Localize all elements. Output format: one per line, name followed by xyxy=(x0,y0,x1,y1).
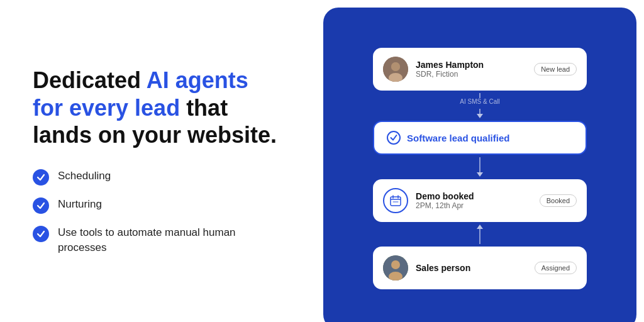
svg-point-10 xyxy=(391,260,400,269)
connector-3 xyxy=(477,222,483,247)
demo-badge: Booked xyxy=(540,194,577,207)
james-sub: SDR, Fiction xyxy=(416,70,526,79)
vline-3 xyxy=(479,229,480,244)
qualified-text: Software lead qualified xyxy=(407,133,509,143)
feature-text-nurturing: Nurturing xyxy=(58,197,102,212)
sales-card-info: Sales person xyxy=(416,263,527,273)
sales-avatar xyxy=(383,255,408,280)
sales-name: Sales person xyxy=(416,263,527,273)
headline-text-1: Dedicated xyxy=(33,67,147,93)
headline: Dedicated AI agentsfor every lead thatla… xyxy=(33,67,291,148)
connector-ai-sms: AI SMS & Call xyxy=(460,91,499,121)
feature-nurturing: Nurturing xyxy=(33,197,291,214)
features-list: Scheduling Nurturing Use tools to automa… xyxy=(33,169,291,255)
vline-2 xyxy=(479,157,480,172)
sales-person-card: Sales person Assigned xyxy=(373,247,587,289)
james-badge: New lead xyxy=(534,63,577,75)
flow-container: James Hampton SDR, Fiction New lead AI S… xyxy=(348,48,611,289)
arrow-down-1 xyxy=(477,114,483,118)
arrow-down-2 xyxy=(477,172,483,177)
conn-line-top xyxy=(479,93,480,98)
demo-icon xyxy=(383,188,408,213)
feature-text-tools: Use tools to automate manual human proce… xyxy=(58,225,247,255)
conn-line-mid xyxy=(479,109,480,114)
demo-booked-card: Demo booked 2PM, 12th Apr Booked xyxy=(373,179,587,222)
demo-sub: 2PM, 12th Apr xyxy=(416,201,532,210)
qualified-card: Software lead qualified xyxy=(373,121,587,155)
james-name: James Hampton xyxy=(416,60,526,70)
james-hampton-card: James Hampton SDR, Fiction New lead xyxy=(373,48,587,91)
qualified-check-icon xyxy=(387,131,401,145)
connector-label: AI SMS & Call xyxy=(460,98,499,105)
james-card-info: James Hampton SDR, Fiction xyxy=(416,60,526,79)
demo-name: Demo booked xyxy=(416,191,532,201)
feature-tools: Use tools to automate manual human proce… xyxy=(33,225,291,255)
feature-scheduling: Scheduling xyxy=(33,169,291,186)
connector-2 xyxy=(477,155,483,179)
right-panel: James Hampton SDR, Fiction New lead AI S… xyxy=(323,8,636,322)
feature-text-scheduling: Scheduling xyxy=(58,169,111,184)
check-icon-tools xyxy=(33,226,49,242)
james-avatar xyxy=(383,57,408,82)
sales-badge: Assigned xyxy=(535,262,577,274)
svg-rect-4 xyxy=(391,197,401,206)
demo-card-info: Demo booked 2PM, 12th Apr xyxy=(416,191,532,210)
left-panel: Dedicated AI agentsfor every lead thatla… xyxy=(0,0,323,322)
check-icon-nurturing xyxy=(33,197,49,214)
svg-point-3 xyxy=(391,62,400,71)
check-icon-scheduling xyxy=(33,169,49,186)
arrow-up-1 xyxy=(477,225,483,229)
